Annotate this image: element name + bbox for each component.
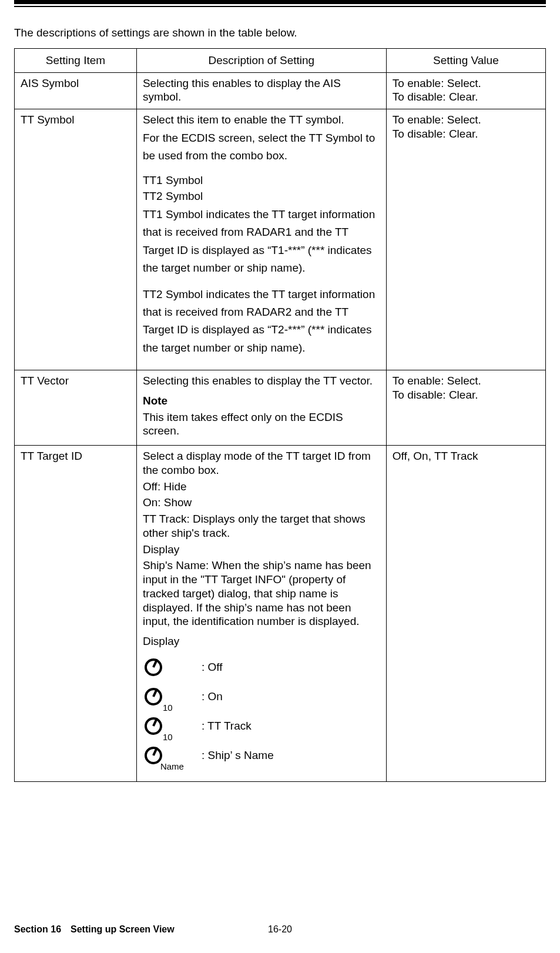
desc-line: TT Track: Displays only the target that … (143, 512, 380, 540)
symbol-label: : Ship’ s Name (202, 748, 274, 763)
table-row-ais-symbol: AIS Symbol Selecting this enables to dis… (15, 72, 546, 109)
cell-value: To enable: Select. To disable: Clear. (386, 72, 545, 109)
value-line: To enable: Select. (393, 113, 539, 127)
value-line: To enable: Select. (393, 76, 539, 91)
table-header-row: Setting Item Description of Setting Sett… (15, 48, 546, 72)
cell-item: AIS Symbol (15, 72, 137, 109)
cell-desc: Select this item to enable the TT symbol… (136, 109, 386, 370)
desc-line: TT1 Symbol indicates the TT target infor… (143, 206, 380, 277)
symbol-subscript: Name (160, 761, 184, 773)
symbol-row-off: : Off (143, 657, 380, 678)
top-thick-rule (14, 0, 546, 4)
symbol-label: : Off (202, 660, 223, 674)
desc-line: On: Show (143, 496, 380, 510)
page-footer: Section 16 Setting up Screen View 16-20 (14, 924, 546, 935)
note-body: This item takes effect only on the ECDIS… (143, 410, 380, 439)
cell-value: To enable: Select. To disable: Clear. (386, 370, 545, 446)
cell-desc: Selecting this enables to display the TT… (136, 370, 386, 446)
cell-value: To enable: Select. To disable: Clear. (386, 109, 545, 370)
intro-text: The descriptions of settings are shown i… (14, 26, 546, 40)
header-setting-value: Setting Value (386, 48, 545, 72)
desc-line: For the ECDIS screen, select the TT Symb… (143, 129, 380, 165)
symbol-label: : TT Track (202, 719, 252, 733)
desc-line: Display (143, 543, 380, 557)
cell-item: TT Symbol (15, 109, 137, 370)
tt-symbol-icon (143, 657, 186, 678)
desc-line: TT2 Symbol (143, 189, 380, 203)
symbol-row-ship-name: Name : Ship’ s Name (143, 745, 380, 766)
desc-line: Display (143, 634, 380, 648)
cell-item: TT Target ID (15, 446, 137, 782)
desc-line: TT1 Symbol (143, 173, 380, 188)
cell-value: Off, On, TT Track (386, 446, 545, 782)
tt-symbol-icon: 10 (143, 686, 186, 707)
value-line: To disable: Clear. (393, 127, 539, 141)
tt-symbol-icon: 10 (143, 715, 186, 737)
desc-line: Select a display mode of the TT target I… (143, 449, 380, 477)
table-row-tt-vector: TT Vector Selecting this enables to disp… (15, 370, 546, 446)
footer-page-number: 16-20 (268, 924, 292, 935)
cell-desc: Selecting this enables to display the AI… (136, 72, 386, 109)
value-line: To disable: Clear. (393, 90, 539, 104)
tt-symbol-icon: Name (143, 745, 186, 766)
top-thin-rule (14, 6, 546, 7)
desc-line: Selecting this enables to display the TT… (143, 374, 380, 388)
value-line: To disable: Clear. (393, 388, 539, 402)
table-row-tt-target-id: TT Target ID Select a display mode of th… (15, 446, 546, 782)
symbol-subscript: 10 (163, 703, 173, 714)
symbol-row-on: 10 : On (143, 686, 380, 707)
header-description: Description of Setting (136, 48, 386, 72)
value-line: To enable: Select. (393, 374, 539, 388)
table-row-tt-symbol: TT Symbol Select this item to enable the… (15, 109, 546, 370)
desc-line: TT2 Symbol indicates the TT target infor… (143, 286, 380, 357)
cell-desc: Select a display mode of the TT target I… (136, 446, 386, 782)
document-page: The descriptions of settings are shown i… (0, 0, 560, 953)
footer-section: Section 16 Setting up Screen View (14, 924, 175, 935)
desc-line: Ship's Name: When the ship’s name has be… (143, 559, 380, 628)
header-setting-item: Setting Item (15, 48, 137, 72)
symbol-label: : On (202, 690, 223, 704)
desc-line: Off: Hide (143, 480, 380, 494)
note-heading: Note (143, 394, 380, 408)
settings-table: Setting Item Description of Setting Sett… (14, 48, 546, 782)
cell-item: TT Vector (15, 370, 137, 446)
symbol-row-tt-track: 10 : TT Track (143, 715, 380, 737)
desc-line: Select this item to enable the TT symbol… (143, 113, 380, 127)
symbol-subscript: 10 (163, 732, 173, 743)
